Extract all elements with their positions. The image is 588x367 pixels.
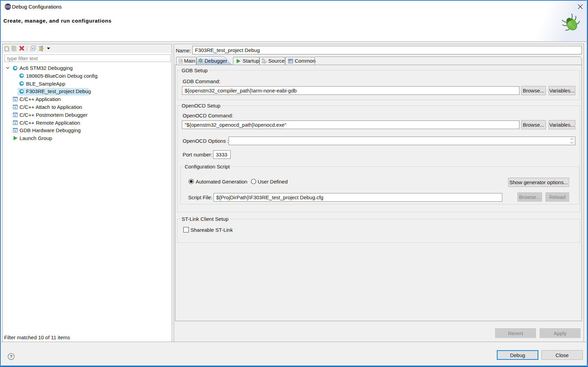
svg-text:c: c: [14, 98, 16, 101]
svg-text:c: c: [14, 113, 16, 117]
svg-text:c: c: [14, 121, 16, 125]
svg-text:c: c: [14, 129, 16, 132]
svg-text:c: c: [14, 105, 16, 109]
svg-text:?: ?: [10, 354, 13, 359]
